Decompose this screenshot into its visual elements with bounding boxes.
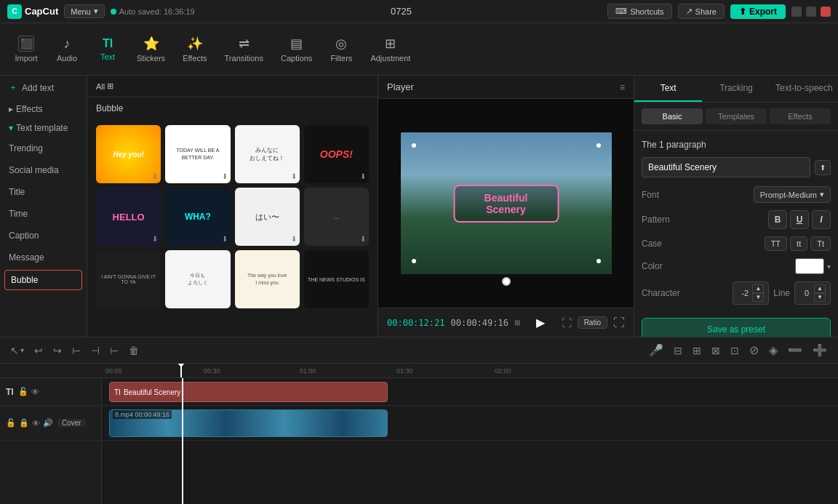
text-track-visibility[interactable]: 👁 xyxy=(31,388,39,396)
tool-text[interactable]: TI Text xyxy=(89,33,127,65)
line-increment[interactable]: ▲ xyxy=(814,284,826,293)
tab-text[interactable]: Text xyxy=(634,76,702,102)
template-item[interactable]: ... ⬇ xyxy=(304,188,369,246)
resize-handle-br[interactable] xyxy=(596,259,601,263)
sidebar-item-title[interactable]: Title xyxy=(0,181,87,203)
subtab-templates[interactable]: Templates xyxy=(706,108,767,124)
split-view-button[interactable]: ⊟ xyxy=(670,343,686,359)
template-item[interactable]: I AIN'T GONNA GIVE IT TO YA xyxy=(96,250,161,308)
play-button[interactable]: ▶ xyxy=(532,314,549,332)
save-preset-button[interactable]: Save as preset xyxy=(642,318,831,337)
video-track-audio[interactable]: 🔊 xyxy=(43,418,53,428)
bold-button[interactable]: B xyxy=(768,210,787,229)
underline-button[interactable]: U xyxy=(790,210,809,229)
export-button[interactable]: ⬆ Export xyxy=(730,4,786,19)
resize-handle-tr[interactable] xyxy=(596,143,601,148)
case-lower-button[interactable]: tt xyxy=(790,236,807,251)
merge-button[interactable]: ⊞ xyxy=(689,343,705,359)
video-track-lock2[interactable]: 🔒 xyxy=(19,418,29,428)
template-item[interactable]: HELLO ⬇ xyxy=(96,188,161,246)
zoom-in-button[interactable]: ➕ xyxy=(809,341,831,359)
case-upper-button[interactable]: TT xyxy=(765,236,787,251)
line-spacing-input[interactable]: 0 ▲ ▼ xyxy=(794,281,831,305)
select-tool-button[interactable]: ↖▾ xyxy=(7,342,27,359)
subtab-effects[interactable]: Effects xyxy=(770,108,831,124)
split-button[interactable]: ⊢ xyxy=(69,342,84,359)
minimize-button[interactable] xyxy=(791,7,802,17)
case-title-button[interactable]: Tt xyxy=(810,236,831,251)
resize-handle-tl[interactable] xyxy=(412,143,416,148)
menu-button[interactable]: Menu ▾ xyxy=(64,4,105,18)
split-right-button[interactable]: ⊢ xyxy=(107,342,121,359)
tab-text-to-speech[interactable]: Text-to-speech xyxy=(770,76,838,102)
video-track-lock[interactable]: 🔓 xyxy=(6,418,16,428)
text-clip[interactable]: TI Beautiful Scenery xyxy=(109,382,388,402)
effects-section-header[interactable]: ▸ Effects xyxy=(0,100,87,119)
line-decrement[interactable]: ▼ xyxy=(814,293,826,302)
tool-import[interactable]: ⬛ Import xyxy=(7,31,45,67)
audio-button[interactable]: ◈ xyxy=(765,341,781,359)
text-track-lock[interactable]: 🔓 xyxy=(18,387,28,396)
template-item[interactable]: OOPS! ⬇ xyxy=(304,125,369,183)
share-button[interactable]: ↗ Share xyxy=(678,4,725,19)
tool-captions[interactable]: ▤ Captions xyxy=(274,31,319,67)
close-button[interactable] xyxy=(821,7,831,17)
font-selector[interactable]: Prompt-Medium ▾ xyxy=(754,186,831,203)
split-left-button[interactable]: ⊣ xyxy=(88,342,103,359)
text-template-section-header[interactable]: ▾ Text template xyxy=(0,119,87,137)
cover-label[interactable]: Cover xyxy=(57,419,86,427)
add-text-button[interactable]: ＋ Add text xyxy=(0,76,87,100)
video-track-visibility[interactable]: 👁 xyxy=(32,419,40,428)
mic-button[interactable]: 🎤 xyxy=(645,341,667,359)
tool-adjustment[interactable]: ⊞ Adjustment xyxy=(363,31,418,67)
tool-audio[interactable]: ♪ Audio xyxy=(48,32,86,67)
redo-button[interactable]: ↪ xyxy=(50,342,65,359)
resize-handle-bl[interactable] xyxy=(412,259,416,263)
template-item[interactable]: The way you loveI miss you xyxy=(235,250,300,308)
sidebar-item-time[interactable]: Time xyxy=(0,203,87,225)
color-dropdown-icon[interactable]: ▾ xyxy=(827,263,831,271)
preview-size-icon[interactable]: ⛶ xyxy=(562,317,572,329)
character-increment[interactable]: ▲ xyxy=(752,284,764,293)
template-item[interactable]: 今日もよろしく xyxy=(165,250,230,308)
subtab-basic[interactable]: Basic xyxy=(642,108,703,124)
shortcuts-button[interactable]: ⌨ Shortcuts xyxy=(607,4,671,19)
sidebar-item-social-media[interactable]: Social media xyxy=(0,159,87,181)
sidebar-item-message[interactable]: Message xyxy=(0,247,87,268)
all-filter-button[interactable]: All ⊞ xyxy=(96,81,113,91)
time-total: 00:00:49:16 xyxy=(450,318,508,328)
video-clip[interactable]: 8.mp4 00:00:49:16 xyxy=(109,409,388,437)
tool-filters[interactable]: ◎ Filters xyxy=(322,31,360,67)
tab-tracking[interactable]: Tracking xyxy=(702,76,770,102)
next-frame-button[interactable]: ⊡ xyxy=(727,343,743,359)
tool-effects[interactable]: ✨ Effects xyxy=(175,31,214,67)
color-swatch[interactable] xyxy=(795,258,824,274)
italic-button[interactable]: I xyxy=(812,210,831,229)
fullscreen-icon[interactable]: ⛶ xyxy=(613,316,625,329)
sidebar-item-trending[interactable]: Trending xyxy=(0,137,87,159)
sidebar-item-bubble[interactable]: Bubble xyxy=(4,270,82,290)
template-item[interactable]: TODAY WILL BE A BETTER DAY. ⬇ xyxy=(165,125,230,183)
template-item[interactable]: Hey you! ⬇ xyxy=(96,125,161,183)
template-item[interactable]: はい〜 ⬇ xyxy=(235,188,300,246)
tool-stickers[interactable]: ⭐ Stickers xyxy=(129,31,172,67)
character-spacing-input[interactable]: -2 ▲ ▼ xyxy=(733,281,769,305)
zoom-out-button[interactable]: ➖ xyxy=(784,341,806,359)
player-menu-button[interactable]: ≡ xyxy=(620,82,625,92)
character-decrement[interactable]: ▼ xyxy=(752,293,764,302)
ratio-button[interactable]: Ratio xyxy=(578,316,607,329)
template-item[interactable]: みんなにおしえてね！ ⬇ xyxy=(235,125,300,183)
speed-button[interactable]: ⊘ xyxy=(746,341,762,359)
sidebar-item-caption[interactable]: Caption xyxy=(0,225,87,247)
prev-frame-button[interactable]: ⊠ xyxy=(708,343,724,359)
undo-button[interactable]: ↩ xyxy=(31,342,46,359)
delete-button[interactable]: 🗑 xyxy=(126,342,142,359)
expand-text-button[interactable]: ⬆ xyxy=(815,160,831,175)
template-item[interactable]: WHA? ⬇ xyxy=(165,188,230,246)
template-item[interactable]: THE NEWS STUDIOS IS xyxy=(304,250,369,308)
maximize-button[interactable] xyxy=(806,7,816,17)
rotate-handle[interactable] xyxy=(502,277,511,286)
video-text-overlay[interactable]: Beautiful Scenery xyxy=(453,185,559,223)
text-input-field[interactable] xyxy=(642,157,810,177)
tool-transitions[interactable]: ⇌ Transitions xyxy=(218,31,271,67)
